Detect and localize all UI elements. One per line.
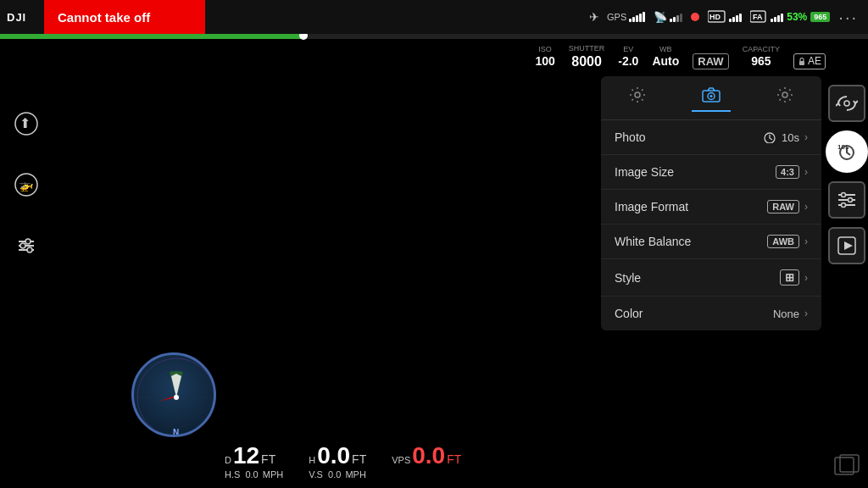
capacity-display: CAPACITY 965	[743, 45, 780, 69]
style-chevron: ›	[804, 272, 808, 284]
wb-display: WB Auto	[652, 45, 679, 69]
camera-info-row: ISO 100 SHUTTER 8000 EV -2.0 WB Auto fmt…	[535, 44, 826, 69]
svg-text:10s: 10s	[837, 143, 849, 151]
svg-text:N: N	[173, 428, 179, 437]
hd-signal-bars	[729, 12, 742, 22]
photo-timer-value: 10s	[782, 131, 799, 144]
color-row[interactable]: Color None ›	[601, 297, 821, 330]
ev-display: EV -2.0	[618, 45, 638, 69]
color-chevron: ›	[804, 308, 808, 319]
svg-text:⬆: ⬆	[19, 116, 31, 130]
rc-signal: 📡	[654, 11, 682, 23]
orbit-button[interactable]: 🚁	[13, 171, 40, 198]
svg-text:FA: FA	[753, 13, 763, 21]
progress-bar	[0, 34, 868, 39]
battery-voltage-label: 965	[810, 12, 830, 22]
svg-text:🚁: 🚁	[19, 178, 34, 192]
side-panel: 10s	[826, 76, 868, 264]
video-signal	[691, 13, 699, 21]
dji-logo: DJI	[0, 0, 44, 34]
video-signal-dot	[691, 13, 699, 21]
svg-point-18	[635, 92, 640, 97]
svg-text:DJI: DJI	[7, 11, 26, 24]
distance-telemetry: H 0.0 FT V.S 0.0 MPH	[309, 444, 366, 480]
svg-point-32	[842, 203, 846, 208]
hd-signal: HD	[708, 10, 742, 24]
white-balance-row[interactable]: White Balance AWB ›	[601, 225, 821, 259]
flip-camera-button[interactable]	[828, 85, 865, 122]
image-size-right: 4:3 ›	[776, 165, 808, 179]
timer-icon	[763, 131, 776, 143]
svg-text:HD: HD	[709, 13, 721, 21]
style-right: ⊞ ›	[780, 269, 808, 286]
svg-text:✈: ✈	[589, 10, 599, 24]
svg-point-15	[25, 239, 31, 244]
filter-button[interactable]	[828, 181, 865, 219]
lock-icon	[798, 58, 806, 66]
style-row[interactable]: Style ⊞ ›	[601, 259, 821, 297]
svg-point-30	[842, 193, 846, 197]
image-size-row[interactable]: Image Size 4:3 ›	[601, 155, 821, 190]
ae-badge: AE	[793, 53, 826, 69]
svg-rect-7	[799, 61, 804, 65]
photo-row-right: 10s ›	[763, 131, 808, 144]
white-balance-right: AWB ›	[767, 235, 808, 248]
more-button[interactable]: ···	[838, 8, 858, 27]
settings-panel: Photo 10s › Image Size 4:3 › Image Forma…	[601, 76, 821, 330]
altitude-sub: H.S 0.0 MPH	[225, 469, 283, 480]
image-format-chevron: ›	[804, 201, 808, 213]
image-format-row[interactable]: Image Format RAW ›	[601, 190, 821, 225]
svg-point-17	[27, 247, 32, 252]
telemetry: D 12 FT H.S 0.0 MPH H 0.0 FT V.S 0.0 MPH…	[225, 444, 461, 480]
progress-fill	[0, 34, 303, 39]
tab-gear[interactable]	[766, 83, 804, 113]
drone-icon: ✈	[589, 10, 604, 24]
shutter-timer-icon: 10s	[834, 141, 860, 162]
white-balance-chevron: ›	[804, 236, 808, 247]
image-format-badge: RAW	[767, 200, 799, 214]
photo-row[interactable]: Photo 10s ›	[601, 120, 821, 155]
gps-status: ✈ GPS	[589, 10, 645, 24]
svg-point-39	[174, 395, 179, 400]
fa-icon: FA	[750, 10, 767, 24]
settings-tabs	[601, 76, 821, 120]
altitude-telemetry: D 12 FT H.S 0.0 MPH	[225, 444, 283, 480]
mode-button[interactable]	[13, 232, 40, 259]
image-size-chevron: ›	[804, 166, 808, 178]
rc-signal-icon: 📡	[654, 11, 667, 23]
compass-svg: N	[134, 355, 216, 437]
topbar-icons: ✈ GPS 📡	[589, 8, 868, 27]
svg-point-16	[20, 243, 25, 248]
image-size-badge: 4:3	[776, 165, 799, 179]
iso-display: ISO 100	[535, 45, 554, 69]
tab-camera[interactable]	[692, 84, 731, 112]
image-format-right: RAW ›	[767, 200, 808, 214]
warning-banner: Cannot take off	[44, 0, 205, 34]
shutter-button[interactable]: 10s	[826, 130, 868, 173]
svg-point-21	[710, 95, 713, 97]
svg-point-22	[782, 92, 787, 97]
gps-signal-bars	[629, 12, 645, 22]
distance-sub: V.S 0.0 MPH	[309, 469, 366, 480]
ae-display: ae AE	[793, 45, 826, 69]
svg-marker-34	[844, 241, 853, 250]
photo-chevron: ›	[804, 131, 808, 143]
svg-point-24	[844, 101, 849, 106]
tab-settings[interactable]	[619, 83, 656, 113]
white-balance-badge: AWB	[767, 235, 799, 248]
left-buttons: ⬆ 🚁	[13, 110, 40, 259]
top-bar: DJI Cannot take off ✈ GPS 📡	[0, 0, 868, 34]
bottom-right-icon[interactable]	[834, 454, 860, 480]
format-display: fmt RAW	[693, 44, 728, 69]
style-badge: ⊞	[780, 269, 799, 286]
svg-text:📡: 📡	[654, 11, 667, 23]
compass: N	[131, 352, 216, 437]
battery-signal-bars	[771, 12, 783, 22]
svg-point-31	[849, 198, 853, 202]
hd-icon: HD	[708, 10, 726, 24]
playback-button[interactable]	[828, 227, 865, 264]
compass-display: N	[134, 355, 214, 435]
takeoff-button[interactable]: ⬆	[13, 110, 40, 137]
shutter-display: SHUTTER 8000	[569, 44, 605, 69]
vps-telemetry: VPS 0.0 FT	[392, 444, 461, 480]
